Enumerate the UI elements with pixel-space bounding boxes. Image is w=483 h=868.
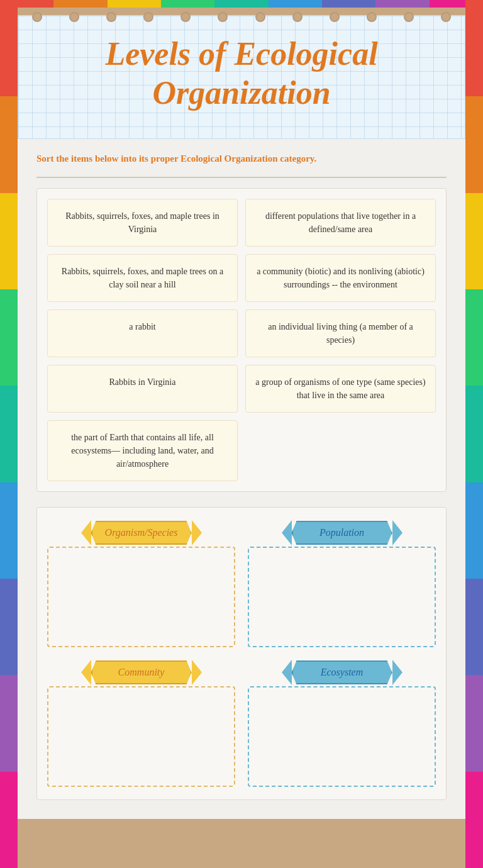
rs-teal bbox=[465, 386, 483, 482]
rs-green bbox=[465, 289, 483, 386]
ls-purple bbox=[0, 675, 18, 771]
rs-yellow bbox=[465, 193, 483, 289]
strip-blue bbox=[269, 0, 322, 8]
right-sidebar bbox=[465, 0, 483, 868]
list-item[interactable]: an individual living thing (a member of … bbox=[245, 309, 436, 357]
arrow-right-population bbox=[392, 520, 402, 545]
strip-teal bbox=[214, 0, 268, 8]
strip-orange bbox=[53, 0, 107, 8]
ring-hole-9 bbox=[330, 12, 340, 22]
rs-pink bbox=[465, 772, 483, 868]
left-sidebar bbox=[0, 0, 18, 868]
list-item[interactable]: a community (biotic) and its nonliving (… bbox=[245, 254, 436, 302]
ring-hole-12 bbox=[441, 12, 451, 22]
list-item[interactable]: the part of Earth that contains all life… bbox=[47, 420, 238, 481]
arrow-left-community bbox=[81, 660, 91, 685]
banner-blue-population: Population bbox=[292, 521, 392, 545]
ring-hole-2 bbox=[69, 12, 79, 22]
strip-yellow bbox=[108, 0, 161, 8]
list-item[interactable]: a rabbit bbox=[47, 309, 238, 357]
rs-red bbox=[465, 0, 483, 96]
ls-indigo bbox=[0, 579, 18, 675]
ring-hole-6 bbox=[218, 12, 228, 22]
list-item[interactable]: different populations that live together… bbox=[245, 199, 436, 247]
arrow-left-population bbox=[282, 520, 292, 545]
top-color-strips bbox=[0, 0, 483, 8]
banner-community-label: Community bbox=[47, 660, 235, 685]
banner-yellow-community: Community bbox=[91, 660, 192, 684]
items-grid: Rabbits, squirrels, foxes, and maple tre… bbox=[47, 199, 436, 481]
drop-zones-grid: Organism/Species Population bbox=[47, 520, 436, 787]
banner-blue-ecosystem: Ecosystem bbox=[292, 660, 392, 684]
ls-teal bbox=[0, 386, 18, 482]
banner-organism-label: Organism/Species bbox=[47, 520, 235, 545]
ring-hole-11 bbox=[404, 12, 414, 22]
rs-orange bbox=[465, 96, 483, 192]
banner-blue-wrap-1: Population bbox=[248, 520, 436, 545]
list-item[interactable]: a group of organisms of one type (same s… bbox=[245, 365, 436, 413]
drop-zones-container: Organism/Species Population bbox=[36, 507, 447, 800]
banner-blue-wrap-2: Ecosystem bbox=[248, 660, 436, 685]
instruction-text: Sort the items below into its proper Eco… bbox=[36, 152, 447, 166]
ls-green bbox=[0, 289, 18, 386]
ls-red bbox=[0, 0, 18, 96]
drop-zone-community[interactable]: Community bbox=[47, 660, 235, 787]
drop-area-community[interactable] bbox=[47, 686, 235, 787]
strip-indigo bbox=[322, 0, 375, 8]
drop-zone-organism[interactable]: Organism/Species bbox=[47, 520, 235, 647]
drop-area-ecosystem[interactable] bbox=[248, 686, 436, 787]
ls-blue bbox=[0, 482, 18, 579]
banner-yellow-organism: Organism/Species bbox=[91, 521, 192, 545]
list-item[interactable]: Rabbits, squirrels, foxes, and maple tre… bbox=[47, 254, 238, 302]
rs-indigo bbox=[465, 579, 483, 675]
banner-population-label: Population bbox=[248, 520, 436, 545]
drop-zone-population[interactable]: Population bbox=[248, 520, 436, 647]
drop-area-population[interactable] bbox=[248, 547, 436, 647]
strip-purple bbox=[375, 0, 429, 8]
arrow-right-organism bbox=[192, 520, 202, 545]
ls-orange bbox=[0, 96, 18, 192]
ring-hole-10 bbox=[367, 12, 377, 22]
ring-hole-1 bbox=[32, 12, 42, 22]
arrow-left-ecosystem bbox=[282, 660, 292, 685]
ring-hole-7 bbox=[255, 12, 265, 22]
list-item[interactable]: Rabbits, squirrels, foxes, and maple tre… bbox=[47, 199, 238, 247]
ring-hole-3 bbox=[106, 12, 116, 22]
section-divider bbox=[36, 177, 447, 178]
rs-blue bbox=[465, 482, 483, 579]
main-content: Sort the items below into its proper Eco… bbox=[18, 139, 465, 820]
arrow-right-community bbox=[192, 660, 202, 685]
ring-hole-5 bbox=[180, 12, 191, 22]
arrow-left-organism bbox=[81, 520, 91, 545]
drop-area-organism[interactable] bbox=[47, 547, 235, 647]
page-title: Levels of Ecological Organization bbox=[43, 35, 440, 113]
banner-ecosystem-label: Ecosystem bbox=[248, 660, 436, 685]
banner-yellow-wrap-1: Organism/Species bbox=[47, 520, 235, 545]
banner-yellow-wrap-2: Community bbox=[47, 660, 235, 685]
list-item[interactable]: Rabbits in Virginia bbox=[47, 365, 238, 413]
strip-green bbox=[161, 0, 214, 8]
ring-holes bbox=[18, 12, 465, 22]
ring-hole-8 bbox=[292, 12, 303, 22]
ls-pink bbox=[0, 772, 18, 868]
header-area: Levels of Ecological Organization bbox=[18, 15, 465, 139]
rs-purple bbox=[465, 675, 483, 771]
items-container: Rabbits, squirrels, foxes, and maple tre… bbox=[36, 188, 447, 492]
ring-hole-4 bbox=[143, 12, 153, 22]
drop-zone-ecosystem[interactable]: Ecosystem bbox=[248, 660, 436, 787]
ls-yellow bbox=[0, 193, 18, 289]
arrow-right-ecosystem bbox=[392, 660, 402, 685]
